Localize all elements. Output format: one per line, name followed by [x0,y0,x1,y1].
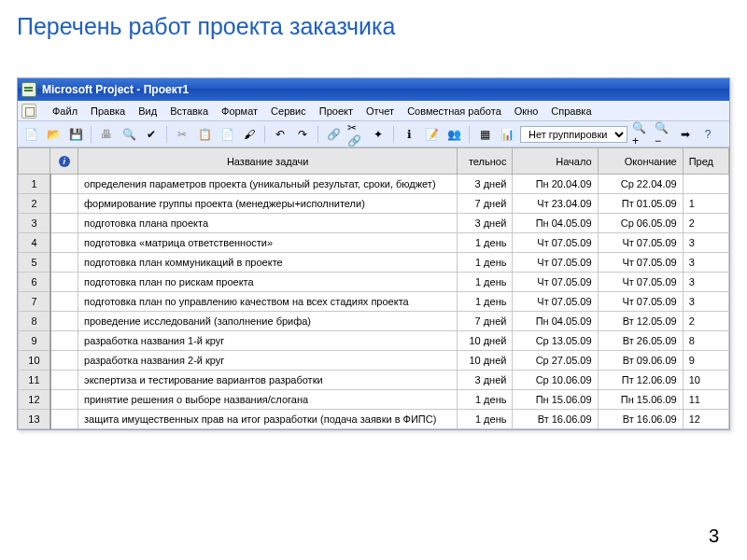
cell-predecessor[interactable]: 3 [683,253,728,273]
row-number[interactable]: 5 [19,253,50,273]
cell-info[interactable] [50,312,78,331]
table-row[interactable]: 3подготовка плана проекта3 днейПн 04.05.… [19,214,729,233]
cell-end[interactable]: Чт 07.05.09 [598,273,683,292]
table-row[interactable]: 7подготовка план по управлению качеством… [19,292,729,312]
cell-info[interactable] [50,410,78,429]
new-icon[interactable]: 📄 [21,125,40,144]
header-name[interactable]: Название задачи [78,148,458,175]
cell-task-name[interactable]: подготовка план по управлению качеством … [78,292,458,312]
cell-info[interactable] [50,390,78,410]
cell-start[interactable]: Ср 13.05.09 [513,331,598,351]
cell-task-name[interactable]: формирование группы проекта (менеджеры+и… [78,194,458,214]
cell-task-name[interactable]: подготовка «матрица ответственности» [78,233,458,253]
cell-duration[interactable]: 1 день [458,273,513,292]
cell-start[interactable]: Вт 16.06.09 [513,410,598,429]
cell-task-name[interactable]: определения параметров проекта (уникальн… [78,175,458,194]
cell-duration[interactable]: 3 дней [458,371,513,390]
cell-predecessor[interactable]: 9 [683,351,728,371]
menu-report[interactable]: Отчет [359,104,401,119]
cell-duration[interactable]: 1 день [458,410,513,429]
cell-duration[interactable]: 10 дней [458,331,513,351]
cell-predecessor[interactable]: 12 [683,410,728,429]
row-number[interactable]: 2 [19,194,50,214]
cell-end[interactable]: Ср 22.04.09 [598,175,683,194]
cell-start[interactable]: Чт 07.05.09 [513,273,598,292]
cell-start[interactable]: Чт 07.05.09 [513,233,598,253]
table-row[interactable]: 12принятие решения о выборе названия/сло… [19,390,729,410]
cell-end[interactable]: Пт 12.06.09 [598,371,683,390]
cell-start[interactable]: Ср 27.05.09 [513,351,598,371]
menu-view[interactable]: Вид [132,104,163,119]
row-number[interactable]: 7 [19,292,50,312]
cell-predecessor[interactable]: 1 [683,194,728,214]
cell-start[interactable]: Чт 07.05.09 [513,292,598,312]
split-task-icon[interactable]: ✦ [369,125,388,144]
cell-start[interactable]: Пн 20.04.09 [513,175,598,194]
cell-end[interactable]: Вт 12.05.09 [598,312,683,331]
cell-duration[interactable]: 1 день [458,292,513,312]
cell-end[interactable]: Пн 15.06.09 [598,390,683,410]
row-number[interactable]: 12 [19,390,50,410]
cell-duration[interactable]: 7 дней [458,194,513,214]
cell-info[interactable] [50,253,78,273]
cell-duration[interactable]: 7 дней [458,312,513,331]
row-number[interactable]: 11 [19,371,50,390]
cell-end[interactable]: Пт 01.05.09 [598,194,683,214]
header-pred[interactable]: Пред [683,148,728,175]
cell-end[interactable]: Вт 26.05.09 [598,331,683,351]
cell-info[interactable] [50,351,78,371]
menu-file[interactable]: Файл [46,104,84,119]
cell-predecessor[interactable] [683,175,728,194]
cell-end[interactable]: Чт 07.05.09 [598,253,683,273]
table-row[interactable]: 4подготовка «матрица ответственности»1 д… [19,233,729,253]
cell-end[interactable]: Чт 07.05.09 [598,233,683,253]
cell-duration[interactable]: 1 день [458,253,513,273]
table-row[interactable]: 6подготовка план по рискам проекта1 день… [19,273,729,292]
cell-start[interactable]: Чт 07.05.09 [513,253,598,273]
cell-info[interactable] [50,175,78,194]
cell-duration[interactable]: 1 день [458,233,513,253]
row-number[interactable]: 6 [19,273,50,292]
zoom-out-icon[interactable]: 🔍− [654,125,672,144]
cell-predecessor[interactable]: 8 [683,331,728,351]
unlink-icon[interactable]: ✂🔗 [346,125,365,144]
cell-predecessor[interactable]: 2 [683,312,728,331]
table-row[interactable]: 9разработка названия 1-й круг10 днейСр 1… [19,331,729,351]
cell-start[interactable]: Чт 23.04.09 [513,194,598,214]
header-duration[interactable]: тельнос [458,148,513,175]
row-number[interactable]: 3 [19,214,50,233]
menu-edit[interactable]: Правка [84,104,132,119]
cell-start[interactable]: Пн 04.05.09 [513,312,598,331]
cell-predecessor[interactable]: 3 [683,233,728,253]
cell-duration[interactable]: 3 дней [458,214,513,233]
cell-task-name[interactable]: подготовка план коммуникаций в проекте [78,253,458,273]
table-row[interactable]: 1определения параметров проекта (уникаль… [19,175,729,194]
cell-predecessor[interactable]: 3 [683,273,728,292]
cell-info[interactable] [50,371,78,390]
cut-icon[interactable]: ✂ [173,125,191,144]
cell-task-name[interactable]: принятие решения о выборе названия/слога… [78,390,458,410]
cell-start[interactable]: Пн 15.06.09 [513,390,598,410]
cell-duration[interactable]: 10 дней [458,351,513,371]
paste-icon[interactable]: 📄 [218,125,236,144]
cell-end[interactable]: Ср 06.05.09 [598,214,683,233]
format-painter-icon[interactable]: 🖌 [240,125,259,144]
print-preview-icon[interactable]: 🔍 [120,125,138,144]
header-start[interactable]: Начало [513,148,598,175]
menu-format[interactable]: Формат [215,104,264,119]
goto-task-icon[interactable]: ➡ [676,125,695,144]
cell-info[interactable] [50,273,78,292]
cell-task-name[interactable]: экспертиза и тестирование вариантов разр… [78,371,458,390]
menu-project[interactable]: Проект [313,104,359,119]
row-number[interactable]: 1 [19,175,50,194]
cell-task-name[interactable]: проведение исследований (заполнение бриф… [78,312,458,331]
header-info[interactable]: i [50,148,78,175]
info-icon[interactable]: ℹ [400,125,418,144]
system-menu-icon[interactable] [21,104,36,119]
open-icon[interactable]: 📂 [44,125,63,144]
cell-info[interactable] [50,194,78,214]
table-row[interactable]: 11экспертиза и тестирование вариантов ра… [19,371,729,390]
save-icon[interactable]: 💾 [66,125,85,144]
cell-info[interactable] [50,292,78,312]
gantt-icon[interactable]: 📊 [498,125,516,144]
